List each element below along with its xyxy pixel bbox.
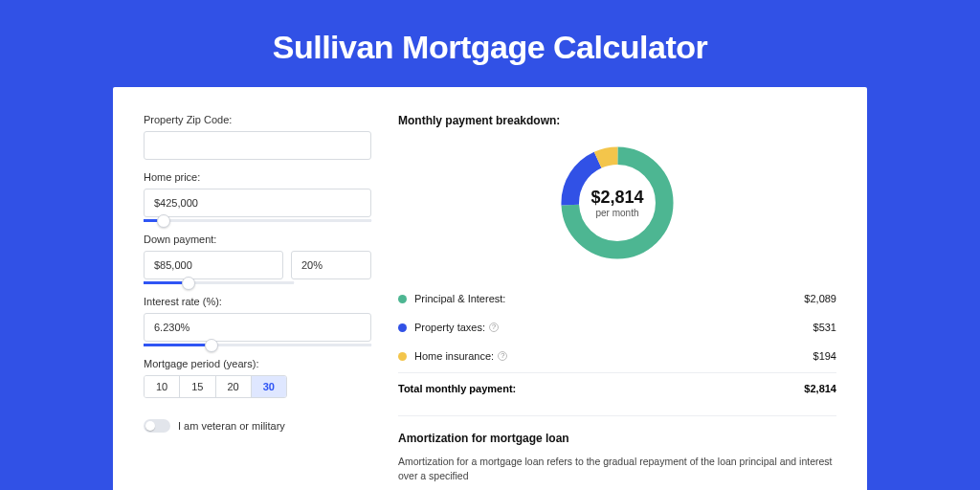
interest-rate-input[interactable] [144,313,371,342]
calculator-card: Property Zip Code: Home price: Down paym… [113,87,867,490]
amortization-section: Amortization for mortgage loan Amortizat… [398,415,836,482]
down-payment-input[interactable] [144,251,283,279]
legend-total-row: Total monthly payment: $2,814 [398,372,836,406]
home-price-slider[interactable] [144,219,371,222]
donut-center-value: $2,814 [590,188,643,208]
period-option-30[interactable]: 30 [252,376,286,397]
amortization-text: Amortization for a mortgage loan refers … [398,455,836,482]
period-option-15[interactable]: 15 [180,376,215,397]
legend-label-taxes: Property taxes: [414,322,485,333]
veteran-label: I am veteran or military [178,420,285,432]
legend-label-insurance: Home insurance: [414,350,494,362]
interest-rate-slider[interactable] [144,344,371,346]
period-label: Mortgage period (years): [144,358,371,369]
zip-input[interactable] [144,131,371,160]
page-title: Sullivan Mortgage Calculator [0,0,980,87]
legend-value-taxes: $531 [813,322,836,333]
legend-row-taxes: Property taxes: ? $531 [398,313,836,342]
down-payment-slider[interactable] [144,281,294,284]
legend-row-principal: Principal & Interest: $2,089 [398,284,836,313]
zip-label: Property Zip Code: [144,114,371,125]
help-icon[interactable]: ? [489,323,499,332]
legend-value-principal: $2,089 [804,293,836,304]
donut-chart: $2,814 per month [555,141,679,265]
breakdown-title: Monthly payment breakdown: [398,114,836,127]
down-payment-label: Down payment: [144,234,371,245]
donut-wrap: $2,814 per month [398,141,836,265]
veteran-toggle[interactable] [144,419,170,433]
amortization-title: Amortization for mortgage loan [398,432,836,445]
home-price-label: Home price: [144,171,371,183]
legend-label-principal: Principal & Interest: [414,293,804,304]
help-icon[interactable]: ? [498,351,507,361]
total-label: Total monthly payment: [398,383,804,394]
legend-dot-icon [398,352,407,361]
donut-center-sub: per month [595,208,638,218]
legend-dot-icon [398,295,407,303]
veteran-row: I am veteran or military [144,419,371,433]
total-value: $2,814 [804,383,836,394]
period-option-20[interactable]: 20 [216,376,252,397]
home-price-input[interactable] [144,189,371,217]
legend-value-insurance: $194 [813,350,836,362]
down-payment-pct-input[interactable] [291,251,371,279]
interest-rate-label: Interest rate (%): [144,296,371,307]
form-panel: Property Zip Code: Home price: Down paym… [144,114,371,482]
period-selector: 10 15 20 30 [144,375,287,398]
results-panel: Monthly payment breakdown: $2,814 per mo… [398,114,836,482]
legend-dot-icon [398,323,407,332]
legend-row-insurance: Home insurance: ? $194 [398,342,836,370]
period-option-10[interactable]: 10 [145,376,180,397]
